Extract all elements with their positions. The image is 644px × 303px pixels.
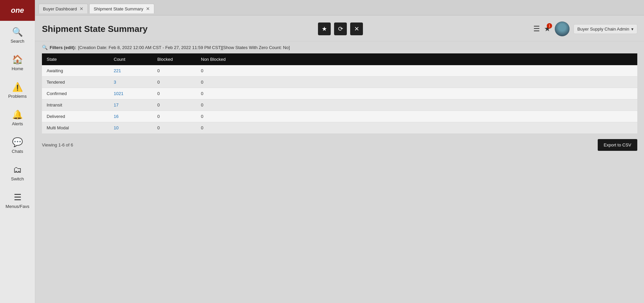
cell-blocked: 0 bbox=[153, 111, 196, 122]
sidebar-label-problems: Problems bbox=[8, 94, 27, 99]
refresh-button[interactable]: ⟳ bbox=[334, 23, 347, 35]
cell-count[interactable]: 1021 bbox=[109, 88, 153, 99]
filter-text: [Creation Date: Feb 8, 2022 12:00 AM CST… bbox=[78, 45, 290, 50]
cell-extra bbox=[240, 122, 637, 134]
sidebar-item-problems[interactable]: ⚠️ Problems bbox=[0, 76, 35, 103]
col-header-count: Count bbox=[109, 53, 153, 65]
sidebar-label-chats: Chats bbox=[12, 149, 23, 154]
table-row[interactable]: Multi Modal 10 0 0 bbox=[42, 122, 637, 134]
table-row[interactable]: Delivered 16 0 0 bbox=[42, 111, 637, 122]
tab-close-buyer-dashboard[interactable]: ✕ bbox=[79, 6, 84, 11]
menu-icon: ☰ bbox=[14, 192, 21, 203]
switch-icon: 🗂 bbox=[13, 165, 22, 175]
page-title: Shipment State Summary bbox=[42, 24, 148, 34]
table-row[interactable]: Awaiting 221 0 0 bbox=[42, 65, 637, 77]
filters-bar: 🔍 Filters (edit): [Creation Date: Feb 8,… bbox=[35, 41, 644, 53]
table-row[interactable]: Tendered 3 0 0 bbox=[42, 77, 637, 88]
close-icon: ✕ bbox=[354, 25, 359, 33]
cell-non-blocked: 0 bbox=[196, 111, 240, 122]
filter-edit-label[interactable]: Filters (edit): bbox=[50, 45, 76, 50]
tab-label-shipment-state-summary: Shipment State Summary bbox=[94, 6, 143, 11]
sidebar-label-switch: Switch bbox=[11, 176, 24, 181]
hamburger-menu-button[interactable]: ☰ bbox=[533, 25, 540, 33]
cell-count[interactable]: 10 bbox=[109, 122, 153, 134]
sidebar-label-menusfavs: Menus/Favs bbox=[6, 204, 30, 209]
cell-state: Tendered bbox=[42, 77, 109, 88]
bell-icon: 🔔 bbox=[12, 110, 23, 120]
cell-non-blocked: 0 bbox=[196, 99, 240, 111]
table-row[interactable]: Confirmed 1021 0 0 bbox=[42, 88, 637, 99]
user-dropdown[interactable]: Buyer Supply Chain Admin ▾ bbox=[574, 24, 637, 34]
search-icon: 🔍 bbox=[12, 27, 23, 37]
page-header: Shipment State Summary ★ ⟳ ✕ ☰ ★ 1 bbox=[35, 15, 644, 41]
cell-blocked: 0 bbox=[153, 122, 196, 134]
cell-non-blocked: 0 bbox=[196, 65, 240, 77]
star-button[interactable]: ★ bbox=[318, 23, 331, 35]
sidebar-item-menusfavs[interactable]: ☰ Menus/Favs bbox=[0, 186, 35, 214]
user-label: Buyer Supply Chain Admin bbox=[577, 27, 629, 32]
cell-state: Multi Modal bbox=[42, 122, 109, 134]
cell-non-blocked: 0 bbox=[196, 77, 240, 88]
content-area: Shipment State Summary ★ ⟳ ✕ ☰ ★ 1 bbox=[35, 15, 644, 303]
export-csv-button[interactable]: Export to CSV bbox=[598, 139, 637, 151]
sidebar-item-switch[interactable]: 🗂 Switch bbox=[0, 159, 35, 186]
tab-buyer-dashboard[interactable]: Buyer Dashboard ✕ bbox=[39, 4, 88, 13]
sidebar-item-search[interactable]: 🔍 Search bbox=[0, 21, 35, 48]
notification-button[interactable]: ★ 1 bbox=[544, 25, 551, 33]
avatar-image bbox=[555, 21, 570, 36]
footer: Viewing 1-6 of 6 Export to CSV bbox=[35, 134, 644, 156]
avatar bbox=[555, 21, 570, 36]
sidebar: one 🔍 Search 🏠 Home ⚠️ Problems 🔔 Alerts… bbox=[0, 0, 35, 303]
tab-close-shipment-state-summary[interactable]: ✕ bbox=[146, 6, 150, 11]
cell-blocked: 0 bbox=[153, 65, 196, 77]
cell-extra bbox=[240, 88, 637, 99]
refresh-icon: ⟳ bbox=[338, 25, 343, 33]
cell-count[interactable]: 17 bbox=[109, 99, 153, 111]
cell-count[interactable]: 221 bbox=[109, 65, 153, 77]
cell-state: Delivered bbox=[42, 111, 109, 122]
main-area: Buyer Dashboard ✕ Shipment State Summary… bbox=[35, 0, 644, 303]
home-icon: 🏠 bbox=[12, 54, 23, 65]
table-body: Awaiting 221 0 0 Tendered 3 0 0 Confirme… bbox=[42, 65, 637, 134]
sidebar-item-home[interactable]: 🏠 Home bbox=[0, 48, 35, 76]
cell-state: Confirmed bbox=[42, 88, 109, 99]
cell-count[interactable]: 16 bbox=[109, 111, 153, 122]
cell-count[interactable]: 3 bbox=[109, 77, 153, 88]
sidebar-label-search: Search bbox=[10, 39, 24, 44]
sidebar-item-chats[interactable]: 💬 Chats bbox=[0, 131, 35, 159]
cell-extra bbox=[240, 99, 637, 111]
tab-label-buyer-dashboard: Buyer Dashboard bbox=[43, 6, 77, 11]
star-icon: ★ bbox=[322, 25, 327, 33]
col-header-state: State bbox=[42, 53, 109, 65]
col-header-extra bbox=[240, 53, 637, 65]
col-header-non-blocked: Non Blocked bbox=[196, 53, 240, 65]
cell-extra bbox=[240, 65, 637, 77]
cell-blocked: 0 bbox=[153, 77, 196, 88]
sidebar-item-alerts[interactable]: 🔔 Alerts bbox=[0, 103, 35, 131]
header-actions: ★ ⟳ ✕ bbox=[318, 23, 363, 35]
shipment-state-table: State Count Blocked Non Blocked Awaiting… bbox=[42, 53, 637, 134]
app-logo[interactable]: one bbox=[0, 0, 35, 21]
cell-non-blocked: 0 bbox=[196, 88, 240, 99]
table-header-row: State Count Blocked Non Blocked bbox=[42, 53, 637, 65]
cell-extra bbox=[240, 77, 637, 88]
dropdown-arrow-icon: ▾ bbox=[631, 27, 634, 32]
close-page-button[interactable]: ✕ bbox=[350, 23, 363, 35]
table-row[interactable]: Intransit 17 0 0 bbox=[42, 99, 637, 111]
table-container: State Count Blocked Non Blocked Awaiting… bbox=[35, 53, 644, 134]
cell-state: Awaiting bbox=[42, 65, 109, 77]
tab-shipment-state-summary[interactable]: Shipment State Summary ✕ bbox=[89, 4, 154, 13]
tabs-bar: Buyer Dashboard ✕ Shipment State Summary… bbox=[35, 0, 644, 15]
viewing-text: Viewing 1-6 of 6 bbox=[42, 142, 73, 147]
col-header-blocked: Blocked bbox=[153, 53, 196, 65]
filter-icon: 🔍 bbox=[42, 45, 48, 50]
notification-badge: 1 bbox=[547, 23, 552, 29]
warning-icon: ⚠️ bbox=[12, 82, 23, 92]
cell-non-blocked: 0 bbox=[196, 122, 240, 134]
cell-blocked: 0 bbox=[153, 99, 196, 111]
sidebar-label-alerts: Alerts bbox=[12, 121, 23, 126]
header-right: ☰ ★ 1 Buyer Supply Chain Admin ▾ bbox=[533, 21, 637, 36]
cell-extra bbox=[240, 111, 637, 122]
cell-blocked: 0 bbox=[153, 88, 196, 99]
cell-state: Intransit bbox=[42, 99, 109, 111]
